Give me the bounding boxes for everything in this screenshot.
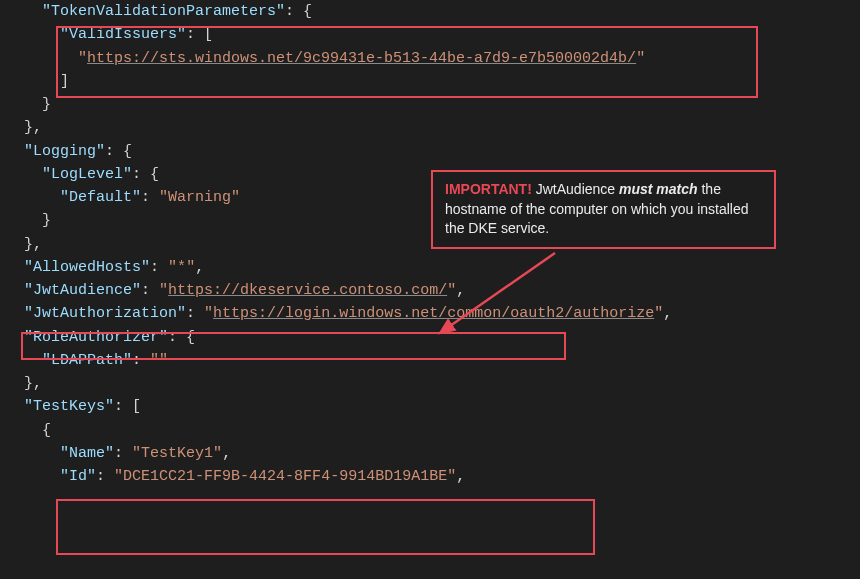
code-line: { xyxy=(0,419,860,442)
code-line: } xyxy=(0,93,860,116)
code-line: "TokenValidationParameters": { xyxy=(0,0,860,23)
callout-important-label: IMPORTANT! xyxy=(445,181,532,197)
code-line: "Id": "DCE1CC21-FF9B-4424-8FF4-9914BD19A… xyxy=(0,465,860,488)
code-line: "https://sts.windows.net/9c99431e-b513-4… xyxy=(0,47,860,70)
highlight-box-testkeys xyxy=(56,499,595,555)
code-line: "LDAPPath": "" xyxy=(0,349,860,372)
code-line: "ValidIssuers": [ xyxy=(0,23,860,46)
code-line: "JwtAudience": "https://dkeservice.conto… xyxy=(0,279,860,302)
code-line: "Name": "TestKey1", xyxy=(0,442,860,465)
callout-text: JwtAudience xyxy=(532,181,619,197)
code-line: "TestKeys": [ xyxy=(0,395,860,418)
code-line: }, xyxy=(0,372,860,395)
callout-annotation: IMPORTANT! JwtAudience must match the ho… xyxy=(431,170,776,249)
code-line: "JwtAuthorization": "https://login.windo… xyxy=(0,302,860,325)
code-line: "RoleAuthorizer": { xyxy=(0,326,860,349)
code-line: }, xyxy=(0,116,860,139)
code-line: "Logging": { xyxy=(0,140,860,163)
callout-italic: must match xyxy=(619,181,698,197)
code-line: "AllowedHosts": "*", xyxy=(0,256,860,279)
code-line: ] xyxy=(0,70,860,93)
